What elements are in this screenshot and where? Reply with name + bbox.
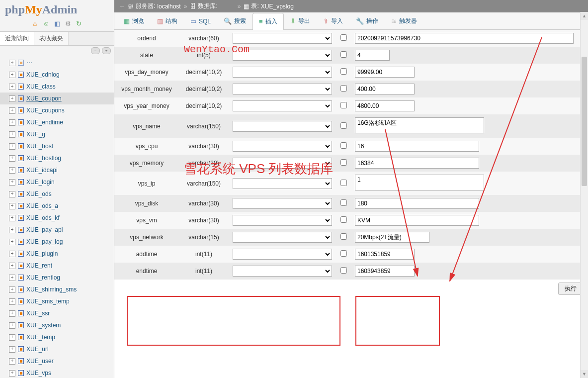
tree-item-label[interactable]: XUE_ods [26,189,52,199]
tree-item[interactable]: +XUE_endtime [0,116,114,128]
field-value-input[interactable] [355,266,415,277]
tree-item-label[interactable]: XUE_sms_temp [26,296,70,306]
vertical-scrollbar[interactable]: ▲ ▼ [580,12,588,378]
logo[interactable]: phpMyAdmin [0,0,114,17]
function-select[interactable] [233,198,332,209]
breadcrumb-table[interactable]: ▦ 表: XUE_vpslog [244,2,293,10]
expand-icon[interactable]: + [9,107,15,114]
tree-item[interactable]: +XUE_hostlog [0,152,114,164]
tree-item[interactable]: +XUE_g [0,128,114,140]
scroll-down-icon[interactable]: ▼ [581,370,588,378]
null-checkbox[interactable] [340,180,347,186]
scroll-thumb[interactable] [582,57,587,186]
expand-icon[interactable]: + [9,167,15,174]
field-value-input[interactable] [355,232,429,243]
tree-item-label[interactable]: XUE_login [26,177,55,187]
null-checkbox[interactable] [340,142,347,149]
tree-item-label[interactable]: XUE_endtime [26,117,63,127]
tab-插入[interactable]: ≡插入 [252,13,284,30]
tree-item-label[interactable]: XUE_vps [26,368,51,378]
tab-recent[interactable]: 近期访问 [0,32,34,45]
tree-item[interactable]: +XUE_host [0,140,114,152]
tree-item-label[interactable]: XUE_plugin [26,249,58,259]
function-select[interactable] [233,100,332,111]
tab-搜索[interactable]: 🔍搜索 [217,12,252,29]
expand-icon[interactable]: + [9,95,15,102]
reload-icon[interactable]: ↻ [75,19,83,27]
expand-icon[interactable]: + [9,155,15,162]
null-checkbox[interactable] [340,122,347,129]
tab-SQL[interactable]: ▭SQL [184,12,217,29]
tree-item-label[interactable]: XUE_pay_api [26,225,63,235]
expand-icon[interactable]: + [9,334,15,341]
expand-icon[interactable]: + [9,203,15,209]
null-checkbox[interactable] [340,102,347,108]
tree-item-label[interactable]: XUE_coupons [26,105,65,115]
expand-icon[interactable]: + [9,215,15,221]
field-value-input[interactable] [355,215,479,226]
field-value-input[interactable] [355,84,415,94]
tree-item-label[interactable]: XUE_class [26,82,56,92]
tab-结构[interactable]: ▥结构 [151,12,184,29]
tree-item-label[interactable]: XUE_system [26,320,61,330]
tree-item[interactable]: +XUE_cdnlog [0,69,114,81]
tree-item[interactable]: +XUE_ods_a [0,200,114,212]
expand-icon[interactable]: + [9,191,15,197]
link-tree-icon[interactable]: ⚭ [102,47,111,54]
expand-icon[interactable]: + [9,227,15,233]
field-value-textarea[interactable]: 1 [355,175,484,190]
tab-浏览[interactable]: ▦浏览 [117,12,151,29]
expand-icon[interactable]: + [9,84,15,90]
tree-item[interactable]: +XUE_shiming_sms [0,284,114,295]
tab-触发器[interactable]: ≋触发器 [385,12,423,29]
breadcrumb-database[interactable]: 🗄 数据库: [190,2,234,10]
expand-icon[interactable]: + [9,179,15,186]
tree-item[interactable]: +XUE_temp [0,331,114,343]
tree-item-label[interactable]: XUE_g [26,129,45,139]
tree-item-label[interactable]: XUE_ssr [26,308,50,318]
null-checkbox[interactable] [340,51,347,58]
scroll-up-icon[interactable]: ▲ [581,12,588,20]
collapse-handle-icon[interactable]: ← [118,3,126,10]
function-select[interactable] [233,50,332,61]
null-checkbox[interactable] [340,68,347,75]
tree-item[interactable]: +XUE_ssr [0,307,114,319]
tree-item-label[interactable]: XUE_temp [26,332,55,342]
tree-item-label[interactable]: XUE_hostlog [26,153,61,163]
function-select[interactable] [233,33,332,44]
function-select[interactable] [233,266,332,277]
tree-item[interactable]: +XUE_rent [0,260,114,272]
tree-item[interactable]: +XUE_coupons [0,104,114,116]
function-select[interactable] [233,232,332,243]
function-select[interactable] [233,67,332,78]
tree-item[interactable]: +XUE_vps [0,367,114,378]
tree-item-label[interactable]: XUE_ods_kf [26,213,60,223]
function-select[interactable] [233,215,332,226]
tab-操作[interactable]: 🔧操作 [349,12,385,29]
tree-item[interactable]: +XUE_plugin [0,248,114,260]
tree-item[interactable]: +XUE_ods [0,188,114,200]
tree-item[interactable]: +XUE_rentlog [0,272,114,284]
tree-item[interactable]: +XUE_coupon [0,93,114,104]
tree-item[interactable]: +XUE_user [0,355,114,367]
function-select[interactable] [233,249,332,260]
tree-item[interactable]: +XUE_class [0,81,114,93]
docs-icon[interactable]: ◧ [53,19,61,27]
tree-item[interactable]: +XUE_ods_kf [0,212,114,224]
expand-icon[interactable]: + [9,275,15,281]
expand-icon[interactable]: + [9,131,15,138]
tab-导入[interactable]: ⇧导入 [317,12,349,29]
function-select[interactable] [233,178,332,189]
expand-icon[interactable]: + [9,370,15,377]
expand-icon[interactable]: + [9,143,15,150]
logout-icon[interactable]: ⎋ [42,19,50,27]
expand-icon[interactable]: + [9,251,15,257]
tree-item[interactable]: +XUE_login [0,176,114,188]
tree-item-label[interactable]: XUE_rentlog [26,273,60,283]
null-checkbox[interactable] [340,199,347,206]
tree-item-label[interactable]: XUE_idcapi [26,165,58,175]
expand-icon[interactable]: + [9,72,15,78]
tree-item[interactable]: +XUE_idcapi [0,164,114,176]
null-checkbox[interactable] [340,85,347,92]
expand-icon[interactable]: + [9,298,15,305]
